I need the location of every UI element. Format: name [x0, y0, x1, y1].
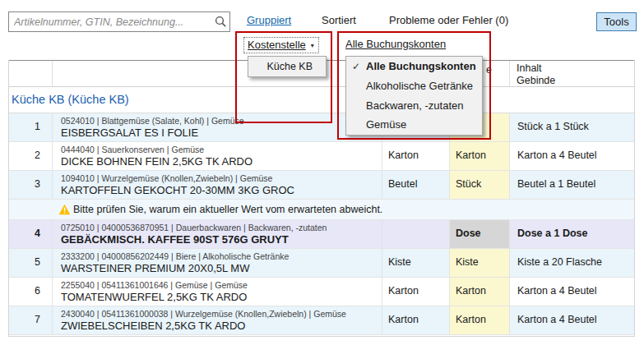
- article-meta: 1094010 | Wurzelgemüse (Knollen,Zwiebeln…: [61, 173, 272, 183]
- article-name: GEBÄCKMISCH. KAFFEE 90ST 576G GRUYT: [61, 233, 289, 246]
- table-row[interactable]: 2 0444040 | Sauerkonserven | Gemüse DICK…: [9, 142, 634, 171]
- table-row[interactable]: 7 2430040 | 05411361000038 | Wurzelgemüs…: [9, 306, 634, 335]
- article-meta: 2255040 | 05411361001646 | Gemüse | Gemü…: [61, 280, 248, 290]
- order-unit-cell: Kiste: [382, 249, 449, 277]
- table-row[interactable]: 5 2333200 | 04000856202449 | Biere | Alk…: [9, 249, 634, 278]
- group-header-kueche-kb: Küche KB (Küche KB): [9, 87, 634, 113]
- order-unit-cell: [382, 220, 449, 248]
- row-number: 6: [9, 278, 52, 306]
- content-cell: Karton a 4 Beutel: [509, 306, 636, 334]
- count-unit-cell: Karton: [449, 306, 509, 334]
- article-name: EISBERGSALAT ES I FOLIE: [61, 126, 198, 139]
- menu-item-alkoholische-getraenke[interactable]: Alkoholische Getränke: [346, 76, 482, 96]
- article-meta: 0524010 | Blattgemüse (Salate, Kohl) | G…: [61, 116, 244, 126]
- content-cell: Stück a 1 Stück: [509, 113, 636, 141]
- article-name: KARTOFFELN GEKOCHT 20-30MM 3KG GROC: [61, 184, 294, 196]
- warning-icon: [58, 204, 71, 215]
- article-meta: 2333200 | 04000856202449 | Biere | Alkoh…: [61, 251, 289, 261]
- order-unit-cell: Karton: [382, 142, 449, 170]
- count-unit-cell: Dose: [449, 220, 509, 248]
- count-unit-cell: Kiste: [449, 249, 509, 277]
- row-number: 4: [9, 220, 52, 248]
- article-meta: 2430040 | 05411361000038 | Wurzelgemüse …: [61, 309, 346, 319]
- content-cell: Dose a 1 Dose: [509, 220, 636, 248]
- row-number: 7: [9, 306, 52, 334]
- menu-item-alle-buchungskonten[interactable]: ✓ Alle Buchungskonten: [346, 57, 482, 76]
- article-name: TOMATENWUERFEL 2,5KG TK ARDO: [61, 291, 247, 303]
- menu-item-gemuese[interactable]: Gemüse: [346, 115, 482, 135]
- tab-probleme-oder-fehler[interactable]: Probleme oder Fehler (0): [389, 14, 508, 26]
- content-cell: Beutel a 1 Beutel: [509, 171, 636, 199]
- article-name: ZWIEBELSCHEIBEN 2,5KG TK ARDO: [61, 320, 245, 332]
- count-unit-cell: Karton: [449, 142, 509, 170]
- table-row[interactable]: 1 0524010 | Blattgemüse (Salate, Kohl) |…: [9, 113, 634, 142]
- article-name: WARSTEINER PREMIUM 20X0,5L MW: [61, 262, 249, 274]
- table-row-selected[interactable]: 4 0725010 | 04000536870951 | Dauerbackwa…: [9, 220, 634, 249]
- buchungskonten-menu: ✓ Alle Buchungskonten Alkoholische Geträ…: [345, 56, 483, 136]
- article-meta: 0444040 | Sauerkonserven | Gemüse: [61, 145, 204, 154]
- content-cell: Kiste a 20 Flasche: [509, 249, 636, 277]
- search-input[interactable]: [9, 13, 211, 30]
- buchungskonten-dropdown-trigger[interactable]: Alle Buchungskonten: [345, 38, 446, 50]
- content-cell: Karton a 4 Beutel: [509, 278, 636, 306]
- tab-gruppiert[interactable]: Gruppiert: [247, 14, 291, 26]
- order-unit-cell: Karton: [382, 278, 449, 306]
- kostenstelle-dropdown-trigger[interactable]: Kostenstelle ▾: [243, 37, 319, 53]
- table-row[interactable]: 3 1094010 | Wurzelgemüse (Knollen,Zwiebe…: [9, 171, 634, 200]
- article-meta: 0725010 | 04000536870951 | Dauerbackware…: [61, 223, 327, 232]
- order-grid-window: Gruppiert Sortiert Probleme oder Fehler …: [0, 0, 644, 345]
- article-name: DICKE BOHNEN FEIN 2,5KG TK ARDO: [61, 155, 253, 168]
- group-title: Küche KB (Küche KB): [12, 87, 129, 113]
- kostenstelle-menu: Küche KB: [248, 56, 327, 77]
- column-header-inhalt-gebinde: Inhalt Gebinde: [517, 62, 555, 87]
- chevron-down-icon: ▾: [311, 42, 314, 49]
- order-unit-cell: Karton: [382, 306, 449, 334]
- order-unit-cell: Beutel: [382, 171, 449, 199]
- warning-row: Bitte prüfen Sie, warum ein aktueller We…: [9, 200, 634, 220]
- table-row[interactable]: 6 2255040 | 05411361001646 | Gemüse | Ge…: [9, 278, 634, 306]
- column-header-partial: e: [486, 64, 492, 76]
- checkmark-icon: ✓: [346, 61, 366, 72]
- menu-item-kueche-kb[interactable]: Küche KB: [266, 61, 313, 72]
- row-number: 3: [9, 171, 52, 199]
- article-table: e Inhalt Gebinde Küche KB (Küche KB) 1 0…: [8, 60, 635, 337]
- kostenstelle-label: Kostenstelle: [248, 39, 306, 51]
- count-unit-cell: Karton: [449, 278, 509, 306]
- search-box: [8, 12, 230, 32]
- row-number: 5: [9, 249, 52, 277]
- count-unit-cell: Stück: [449, 171, 509, 199]
- menu-item-backwaren-zutaten[interactable]: Backwaren, -zutaten: [346, 95, 482, 115]
- tools-button[interactable]: Tools: [596, 12, 637, 31]
- search-icon[interactable]: [211, 13, 229, 30]
- row-number: 1: [9, 113, 52, 141]
- content-cell: Karton a 4 Beutel: [509, 142, 636, 170]
- tab-sortiert[interactable]: Sortiert: [322, 14, 356, 26]
- row-number: 2: [9, 142, 52, 170]
- warning-text: Bitte prüfen Sie, warum ein aktueller We…: [73, 200, 382, 219]
